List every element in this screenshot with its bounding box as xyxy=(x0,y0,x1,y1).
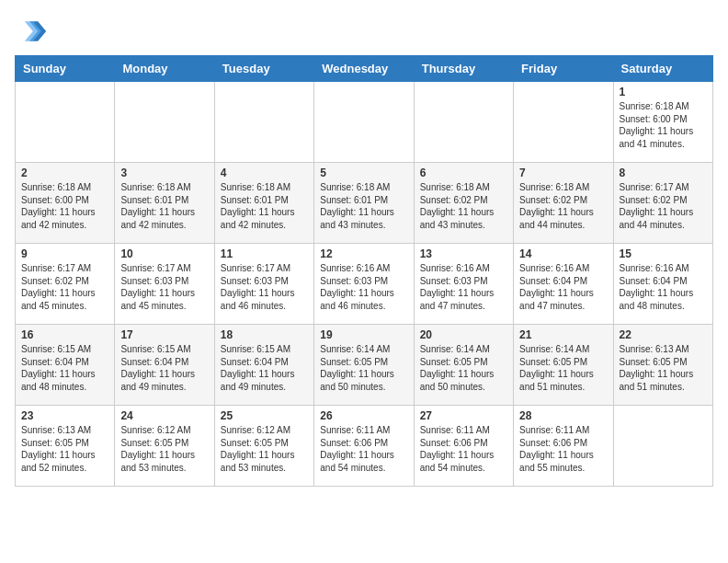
calendar-cell: 10Sunrise: 6:17 AM Sunset: 6:03 PM Dayli… xyxy=(115,244,214,325)
day-info: Sunrise: 6:18 AM Sunset: 6:01 PM Dayligh… xyxy=(120,181,208,231)
day-number: 24 xyxy=(120,409,208,422)
calendar-cell: 21Sunrise: 6:14 AM Sunset: 6:05 PM Dayli… xyxy=(514,325,613,406)
calendar-cell: 5Sunrise: 6:18 AM Sunset: 6:01 PM Daylig… xyxy=(314,163,414,244)
day-number: 4 xyxy=(221,167,308,179)
day-number: 15 xyxy=(620,247,707,260)
day-info: Sunrise: 6:17 AM Sunset: 6:02 PM Dayligh… xyxy=(620,181,707,231)
day-info: Sunrise: 6:18 AM Sunset: 6:02 PM Dayligh… xyxy=(420,181,507,231)
day-number: 22 xyxy=(620,328,707,341)
calendar-cell xyxy=(115,82,214,163)
day-number: 9 xyxy=(21,247,108,260)
calendar-cell xyxy=(314,82,414,163)
weekday-header-monday: Monday xyxy=(115,56,214,82)
day-info: Sunrise: 6:17 AM Sunset: 6:03 PM Dayligh… xyxy=(120,262,208,312)
day-number: 7 xyxy=(519,167,607,179)
day-info: Sunrise: 6:11 AM Sunset: 6:06 PM Dayligh… xyxy=(420,424,507,474)
day-info: Sunrise: 6:15 AM Sunset: 6:04 PM Dayligh… xyxy=(120,343,208,393)
calendar-cell: 22Sunrise: 6:13 AM Sunset: 6:05 PM Dayli… xyxy=(613,325,712,406)
weekday-header-friday: Friday xyxy=(514,56,613,82)
day-info: Sunrise: 6:11 AM Sunset: 6:06 PM Dayligh… xyxy=(519,424,607,474)
day-number: 21 xyxy=(519,328,607,341)
day-info: Sunrise: 6:18 AM Sunset: 6:01 PM Dayligh… xyxy=(221,181,308,231)
day-number: 28 xyxy=(519,409,607,422)
calendar-cell: 12Sunrise: 6:16 AM Sunset: 6:03 PM Dayli… xyxy=(314,244,414,325)
calendar-cell: 27Sunrise: 6:11 AM Sunset: 6:06 PM Dayli… xyxy=(414,406,513,487)
day-info: Sunrise: 6:14 AM Sunset: 6:05 PM Dayligh… xyxy=(320,343,407,393)
day-info: Sunrise: 6:13 AM Sunset: 6:05 PM Dayligh… xyxy=(620,343,707,393)
calendar-cell: 18Sunrise: 6:15 AM Sunset: 6:04 PM Dayli… xyxy=(214,325,313,406)
day-info: Sunrise: 6:12 AM Sunset: 6:05 PM Dayligh… xyxy=(221,424,308,474)
day-number: 8 xyxy=(620,167,707,179)
day-info: Sunrise: 6:16 AM Sunset: 6:03 PM Dayligh… xyxy=(420,262,507,312)
day-info: Sunrise: 6:18 AM Sunset: 6:01 PM Dayligh… xyxy=(320,181,407,231)
day-number: 19 xyxy=(320,328,407,341)
day-info: Sunrise: 6:16 AM Sunset: 6:04 PM Dayligh… xyxy=(620,262,707,312)
day-info: Sunrise: 6:15 AM Sunset: 6:04 PM Dayligh… xyxy=(221,343,308,393)
day-number: 6 xyxy=(420,167,507,179)
day-info: Sunrise: 6:17 AM Sunset: 6:02 PM Dayligh… xyxy=(21,262,108,312)
weekday-header-sunday: Sunday xyxy=(16,56,115,82)
day-number: 2 xyxy=(21,167,108,179)
calendar-week-1: 1Sunrise: 6:18 AM Sunset: 6:00 PM Daylig… xyxy=(16,82,713,163)
day-info: Sunrise: 6:13 AM Sunset: 6:05 PM Dayligh… xyxy=(21,424,108,474)
calendar-cell: 24Sunrise: 6:12 AM Sunset: 6:05 PM Dayli… xyxy=(115,406,214,487)
day-info: Sunrise: 6:18 AM Sunset: 6:00 PM Dayligh… xyxy=(21,181,108,231)
calendar-cell: 7Sunrise: 6:18 AM Sunset: 6:02 PM Daylig… xyxy=(514,163,613,244)
weekday-header-thursday: Thursday xyxy=(414,56,513,82)
calendar-cell: 13Sunrise: 6:16 AM Sunset: 6:03 PM Dayli… xyxy=(414,244,513,325)
calendar-week-4: 16Sunrise: 6:15 AM Sunset: 6:04 PM Dayli… xyxy=(16,325,713,406)
day-number: 20 xyxy=(420,328,507,341)
page-header xyxy=(15,15,713,48)
calendar-cell: 17Sunrise: 6:15 AM Sunset: 6:04 PM Dayli… xyxy=(115,325,214,406)
day-info: Sunrise: 6:18 AM Sunset: 6:02 PM Dayligh… xyxy=(519,181,607,231)
day-number: 16 xyxy=(21,328,108,341)
day-number: 1 xyxy=(620,86,707,98)
day-number: 10 xyxy=(120,247,208,260)
calendar-cell: 19Sunrise: 6:14 AM Sunset: 6:05 PM Dayli… xyxy=(314,325,414,406)
calendar-cell: 4Sunrise: 6:18 AM Sunset: 6:01 PM Daylig… xyxy=(214,163,313,244)
logo-icon xyxy=(15,15,48,48)
day-number: 27 xyxy=(420,409,507,422)
calendar-cell: 1Sunrise: 6:18 AM Sunset: 6:00 PM Daylig… xyxy=(613,82,712,163)
logo xyxy=(15,15,51,48)
day-info: Sunrise: 6:16 AM Sunset: 6:04 PM Dayligh… xyxy=(519,262,607,312)
day-number: 14 xyxy=(519,247,607,260)
day-number: 18 xyxy=(221,328,308,341)
calendar-table: SundayMondayTuesdayWednesdayThursdayFrid… xyxy=(15,55,713,487)
day-number: 3 xyxy=(120,167,208,179)
calendar-cell: 14Sunrise: 6:16 AM Sunset: 6:04 PM Dayli… xyxy=(514,244,613,325)
day-info: Sunrise: 6:14 AM Sunset: 6:05 PM Dayligh… xyxy=(420,343,507,393)
calendar-cell: 8Sunrise: 6:17 AM Sunset: 6:02 PM Daylig… xyxy=(613,163,712,244)
day-number: 11 xyxy=(221,247,308,260)
calendar-cell: 11Sunrise: 6:17 AM Sunset: 6:03 PM Dayli… xyxy=(214,244,313,325)
day-info: Sunrise: 6:12 AM Sunset: 6:05 PM Dayligh… xyxy=(120,424,208,474)
weekday-header-saturday: Saturday xyxy=(613,56,712,82)
day-info: Sunrise: 6:16 AM Sunset: 6:03 PM Dayligh… xyxy=(320,262,407,312)
day-info: Sunrise: 6:15 AM Sunset: 6:04 PM Dayligh… xyxy=(21,343,108,393)
calendar-week-3: 9Sunrise: 6:17 AM Sunset: 6:02 PM Daylig… xyxy=(16,244,713,325)
calendar-cell xyxy=(414,82,513,163)
calendar-cell: 23Sunrise: 6:13 AM Sunset: 6:05 PM Dayli… xyxy=(16,406,115,487)
day-number: 25 xyxy=(221,409,308,422)
calendar-cell: 28Sunrise: 6:11 AM Sunset: 6:06 PM Dayli… xyxy=(514,406,613,487)
calendar-cell: 25Sunrise: 6:12 AM Sunset: 6:05 PM Dayli… xyxy=(214,406,313,487)
calendar-week-5: 23Sunrise: 6:13 AM Sunset: 6:05 PM Dayli… xyxy=(16,406,713,487)
calendar-cell: 15Sunrise: 6:16 AM Sunset: 6:04 PM Dayli… xyxy=(613,244,712,325)
weekday-header-wednesday: Wednesday xyxy=(314,56,414,82)
weekday-header-row: SundayMondayTuesdayWednesdayThursdayFrid… xyxy=(16,56,713,82)
day-number: 17 xyxy=(120,328,208,341)
day-number: 5 xyxy=(320,167,407,179)
calendar-week-2: 2Sunrise: 6:18 AM Sunset: 6:00 PM Daylig… xyxy=(16,163,713,244)
day-info: Sunrise: 6:11 AM Sunset: 6:06 PM Dayligh… xyxy=(320,424,407,474)
weekday-header-tuesday: Tuesday xyxy=(214,56,313,82)
day-info: Sunrise: 6:14 AM Sunset: 6:05 PM Dayligh… xyxy=(519,343,607,393)
calendar-cell xyxy=(514,82,613,163)
day-number: 23 xyxy=(21,409,108,422)
day-number: 12 xyxy=(320,247,407,260)
day-info: Sunrise: 6:18 AM Sunset: 6:00 PM Dayligh… xyxy=(620,100,707,150)
calendar-cell xyxy=(16,82,115,163)
calendar-cell: 2Sunrise: 6:18 AM Sunset: 6:00 PM Daylig… xyxy=(16,163,115,244)
calendar-cell: 26Sunrise: 6:11 AM Sunset: 6:06 PM Dayli… xyxy=(314,406,414,487)
day-info: Sunrise: 6:17 AM Sunset: 6:03 PM Dayligh… xyxy=(221,262,308,312)
calendar-cell: 9Sunrise: 6:17 AM Sunset: 6:02 PM Daylig… xyxy=(16,244,115,325)
